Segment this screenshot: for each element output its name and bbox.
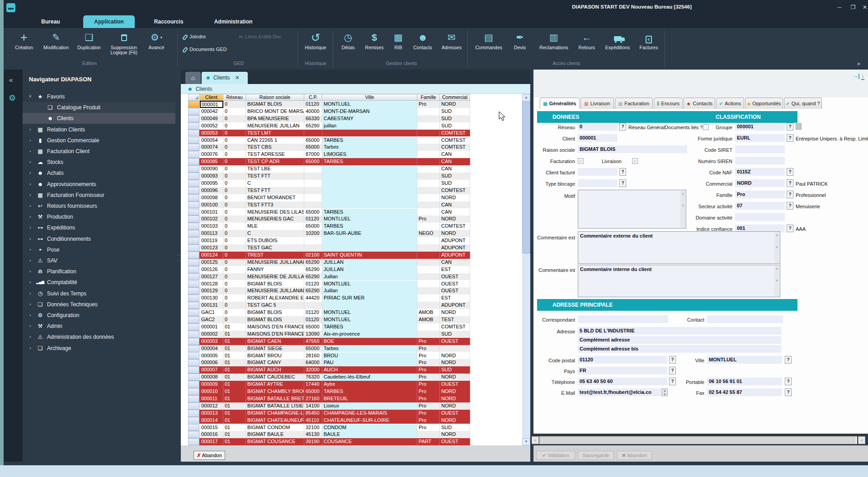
table-row[interactable]: 0001000TEST FTT3CAN — [188, 201, 470, 209]
sidebar-item-approvisionnements[interactable]: ›☻Approvisionnements — [23, 179, 175, 190]
scroll-down-icon[interactable]: ▼ — [522, 438, 530, 445]
chevron-icon[interactable]: › — [27, 288, 33, 299]
row-selector-cell[interactable] — [188, 115, 199, 122]
table-row[interactable]: 0000540CAN 22265 165000TARBESCOMTEST — [188, 137, 470, 144]
pays-input[interactable]: FR — [578, 367, 667, 374]
chevron-icon[interactable]: › — [27, 211, 33, 222]
row-selector-cell[interactable] — [188, 281, 199, 288]
table-row[interactable]: GAC10BIGMAT BLOIS01120MONTLUELAMOBNORD — [188, 309, 470, 316]
row-selector-cell[interactable] — [188, 130, 199, 137]
sauvegarde-button[interactable]: Sauvegarde — [578, 451, 614, 460]
raison-sociale-input[interactable]: BIGMAT BLOIS — [578, 145, 687, 153]
row-selector-cell[interactable] — [188, 402, 199, 410]
row-selector-cell[interactable] — [188, 108, 199, 115]
row-selector-cell[interactable] — [188, 410, 199, 417]
table-row[interactable]: 0001300ROBERT ALEXANDRE EN44420PIRIAC SU… — [188, 295, 470, 302]
sidebar-item-donn-es-techniques[interactable]: ›❏Données Techniques — [23, 299, 175, 310]
sidebar-item-sav[interactable]: ›⚠SAV — [23, 255, 175, 266]
lookup-button[interactable]: ? — [787, 134, 793, 142]
table-row[interactable]: 0000490BPA MENUISERIE66330CABESTANYSUD — [188, 115, 470, 122]
contacts-button[interactable]: ☻ Contacts — [410, 31, 436, 50]
ribbon-collapse-icon[interactable]: » — [857, 61, 860, 67]
table-row[interactable]: 0000950CSUD — [188, 180, 470, 187]
client-facture-input[interactable] — [578, 168, 618, 176]
row-selector-cell[interactable] — [188, 417, 199, 424]
row-selector-cell[interactable] — [188, 438, 199, 445]
table-row[interactable]: 00000201MAISONS D'EN FRANCE13090Aix-en-p… — [188, 331, 470, 338]
table-row[interactable]: 0001020MENUISERIES GAC01120MONTLUELProNO… — [188, 215, 470, 223]
chevron-icon[interactable]: › — [27, 157, 33, 168]
ville-input[interactable]: MONTLUEL — [707, 356, 782, 364]
menu-tab-bureau[interactable]: Bureau — [33, 15, 69, 28]
chevron-icon[interactable]: › — [27, 168, 33, 178]
column-header-rseau[interactable]: Réseau — [223, 94, 246, 101]
lookup-button[interactable]: ? — [785, 356, 792, 364]
panel-tab-qui-quand-[interactable]: ✔Qui, quand ? — [784, 98, 822, 109]
commandes-button[interactable]: ▤ Commandes — [473, 31, 505, 50]
column-header-client[interactable]: Client — [200, 94, 223, 101]
fax-input[interactable]: 02 54 42 55 87 — [707, 388, 782, 396]
table-row[interactable]: 00001401BIGMAT CHATEAUNEUF45110CHATEAUNE… — [188, 417, 470, 424]
sidebar-item-stocks[interactable]: ›☁Stocks — [23, 157, 175, 168]
table-row[interactable]: 0000520MENUISERIE JUILLAN65290juillanSUD — [188, 122, 470, 130]
chevron-icon[interactable]: › — [27, 255, 33, 266]
table-row[interactable]: 00001101BIGMAT BATAILLE BRET27160BRETEUI… — [188, 395, 470, 402]
delais-button[interactable]: ◷ Délais — [336, 31, 360, 50]
table-row[interactable]: 00000501BIGMAT BROU28160BROUProNORD — [188, 352, 470, 360]
sidebar-item-facturation-client[interactable]: ›▦Facturation Client — [23, 146, 175, 157]
table-row[interactable]: 0001280BIGMAT BLOIS01120MONTLUELOUEST — [188, 281, 470, 288]
panel-tab-contacts[interactable]: ☻Contacts — [684, 98, 715, 109]
scroll-up-icon[interactable]: ▲ — [522, 94, 530, 101]
panel-tab-actions[interactable]: ✔Actions — [716, 98, 744, 109]
chevron-icon[interactable]: › — [27, 190, 33, 201]
chevron-icon[interactable]: › — [27, 234, 33, 244]
chevron-icon[interactable]: › — [27, 244, 33, 255]
motif-textarea[interactable]: ∧ ∨ — [578, 190, 686, 229]
table-row[interactable]: 0000850TEST CP ADR65000TARBESCAN — [188, 158, 470, 165]
row-selector-cell[interactable] — [188, 424, 199, 431]
table-row[interactable]: 00001601BIGMAT BAULE45130BAULENORD — [188, 431, 470, 438]
lookup-button[interactable]: ? — [619, 179, 626, 187]
chevron-icon[interactable]: ˅ — [27, 91, 33, 102]
row-selector-cell[interactable] — [188, 309, 199, 316]
lookup-button[interactable]: ? — [619, 168, 626, 176]
sidebar-item-admin[interactable]: ›⚒Admin — [23, 321, 175, 332]
chevron-icon[interactable]: › — [27, 179, 33, 190]
row-selector-cell[interactable] — [188, 331, 199, 338]
hscroll-left-icon[interactable]: ‹ — [532, 436, 539, 444]
row-selector-cell[interactable] — [188, 259, 199, 266]
row-selector-cell[interactable] — [188, 244, 199, 252]
suppression-button[interactable]: Suppression Logique (F6) — [107, 31, 141, 55]
lookup-button[interactable]: ? — [787, 224, 793, 232]
row-selector-cell[interactable] — [188, 302, 199, 309]
row-selector-cell[interactable] — [188, 194, 199, 201]
sidebar-item-configuration[interactable]: ›⚙Configuration — [23, 310, 175, 321]
row-selector-cell[interactable] — [188, 388, 199, 395]
clients-tab[interactable]: ☻Clients ✕ — [202, 72, 248, 84]
creation-button[interactable]: + Création — [11, 31, 37, 50]
table-row[interactable]: 0001250MENUISERIE JUILLANAIS65290JUILLAN… — [188, 259, 470, 266]
row-selector-cell[interactable] — [188, 215, 199, 223]
row-selector-cell[interactable] — [188, 137, 199, 144]
row-selector-cell[interactable] — [188, 122, 199, 130]
type-blocage-input[interactable] — [578, 179, 618, 187]
column-header-ville[interactable]: Ville — [322, 94, 417, 101]
row-selector-cell[interactable] — [188, 201, 199, 209]
table-row[interactable]: 0000010BIGMAT BLOIS01120MONTLUELProNORD — [188, 101, 470, 108]
sidebar-item-exp-ditions[interactable]: ›⊶Expéditions — [23, 222, 175, 233]
table-row[interactable]: 0001130C10200BAR-SUR-AUBENEGONORD — [188, 230, 470, 237]
client-input[interactable]: 000001 — [578, 134, 618, 142]
maximize-button[interactable]: ❐ — [848, 3, 858, 11]
sidebar-item-conditionnements[interactable]: ›⊶Conditionnements — [23, 234, 175, 244]
sidebar-item-achats[interactable]: ›☻Achats — [23, 168, 175, 178]
panel-tab-facturation[interactable]: ▤Facturation — [615, 98, 653, 109]
table-row[interactable]: 00001501BIGMAT CONDOM32100CONDOMProSUD — [188, 424, 470, 431]
commentaire-int-textarea[interactable]: Commentaire interne du client∧ ∨ — [578, 265, 780, 297]
expeditions-button[interactable]: Expéditions — [601, 31, 634, 50]
table-row[interactable]: 00001201BIGMAT BATAILLE LISIEU14100Lisie… — [188, 402, 470, 410]
adresse-input[interactable]: 5 BLD DE L'INDUSTRIE — [578, 327, 781, 335]
chevron-icon[interactable]: › — [27, 124, 33, 135]
table-row[interactable]: 0001240TREST02100SAINT QUENTINADUPONT — [188, 252, 470, 259]
modification-button[interactable]: ✎ Modification — [40, 31, 72, 50]
table-row[interactable]: 0001230TEST GACADUPONT — [188, 244, 470, 252]
